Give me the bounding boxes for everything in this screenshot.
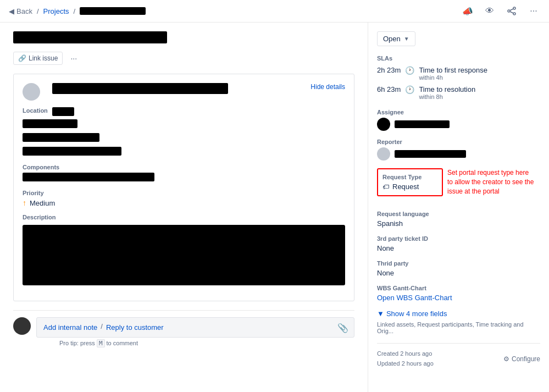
add-internal-note-tab[interactable]: Add internal note (43, 322, 97, 333)
key-hint: M (97, 339, 105, 347)
show-more-sub: Linked assets, Request participants, Tim… (377, 321, 540, 334)
chevron-right-icon: ▼ (377, 310, 384, 318)
show-more-label: Show 4 more fields (386, 310, 447, 318)
sla-row-2: 6h 23m 🕐 Time to resolution within 8h (377, 85, 540, 100)
description-content (23, 225, 345, 285)
request-language-value: Spanish (377, 219, 540, 228)
location-label: Location (23, 107, 48, 114)
sla-time-2: 6h 23m (377, 85, 401, 93)
issue-card: Hide details Location (13, 74, 354, 301)
sla-section-label: SLAs (377, 55, 540, 62)
assignee-field: Assignee (377, 109, 540, 131)
priority-value: Medium (30, 199, 55, 207)
comment-avatar (13, 317, 31, 335)
location-line3 (23, 147, 121, 156)
comment-area: Add internal note / Reply to customer 📎 … (13, 310, 354, 354)
sla-within-2: within 8h (419, 93, 475, 100)
megaphone-icon[interactable]: 📣 (461, 4, 474, 18)
comment-input[interactable]: Add internal note / Reply to customer 📎 (36, 317, 354, 338)
avatar (23, 83, 40, 101)
reporter-label: Reporter (377, 139, 540, 145)
sla-clock-icon-2: 🕐 (405, 85, 414, 94)
wbs-label: WBS Gantt-Chart (377, 285, 540, 291)
pro-tip: Pro tip: press M to comment (36, 338, 354, 347)
sla-section: SLAs 2h 23m 🕐 Time to first response wit… (377, 55, 540, 100)
svg-point-0 (513, 7, 515, 9)
third-party-label: Thrid party (377, 260, 540, 267)
svg-point-2 (513, 13, 515, 15)
breadcrumb-projects[interactable]: Projects (43, 7, 69, 15)
svg-line-4 (510, 12, 513, 13)
assignee-avatar (377, 118, 390, 131)
request-type-value: Request (392, 183, 419, 191)
footer: Created 2 hours ago Updated 2 hours ago … (377, 343, 540, 368)
svg-point-1 (508, 10, 510, 12)
chevron-down-icon: ▼ (404, 36, 409, 42)
third-party-value: None (377, 269, 540, 277)
hide-details-link[interactable]: Hide details (310, 83, 345, 91)
updated-timestamp: Updated 2 hours ago (377, 359, 434, 369)
back-icon: ◀ (9, 7, 14, 15)
breadcrumb-sep-1: / (37, 7, 39, 15)
request-type-row: Request Type 🏷 Request Set portal reques… (377, 168, 540, 203)
third-party-ticket-value: None (377, 244, 540, 252)
request-language-field: Request language Spanish (377, 211, 540, 228)
components-value (23, 173, 154, 181)
assignee-label: Assignee (377, 109, 540, 115)
reporter-name (395, 150, 466, 158)
status-button[interactable]: Open ▼ (377, 31, 415, 46)
show-more-fields[interactable]: ▼ Show 4 more fields (377, 310, 540, 318)
reporter-field: Reporter (377, 139, 540, 161)
third-party-field: Thrid party None (377, 260, 540, 277)
link-issue-button[interactable]: 🔗 Link issue (13, 52, 63, 65)
created-timestamp: Created 2 hours ago (377, 349, 434, 359)
request-type-label: Request Type (382, 174, 437, 180)
svg-line-3 (510, 9, 513, 10)
priority-icon: ↑ (23, 198, 26, 207)
status-label: Open (383, 35, 401, 43)
third-party-ticket-field: 3rd party ticket ID None (377, 235, 540, 252)
request-type-callout: Set portal request type here to allow th… (447, 168, 535, 196)
sla-name-1: Time to first response (419, 66, 487, 74)
location-value (52, 107, 74, 116)
gear-icon: ⚙ (503, 355, 509, 363)
link-issue-label: Link issue (29, 54, 58, 62)
third-party-ticket-label: 3rd party ticket ID (377, 235, 540, 242)
eye-icon[interactable]: 👁 (483, 4, 496, 18)
request-type-icon: 🏷 (382, 183, 389, 191)
sla-clock-icon-1: 🕐 (405, 66, 414, 75)
wbs-link[interactable]: Open WBS Gantt-Chart (377, 294, 452, 302)
sla-row-1: 2h 23m 🕐 Time to first response within 4… (377, 66, 540, 81)
sla-name-2: Time to resolution (419, 85, 475, 93)
sla-time-1: 2h 23m (377, 66, 401, 74)
breadcrumb-sep-2: / (74, 7, 76, 15)
reporter-avatar (377, 147, 390, 161)
request-type-box: Request Type 🏷 Request (377, 168, 443, 196)
comment-tab-sep: / (101, 322, 103, 333)
description-label: Description (23, 214, 345, 220)
attachment-icon[interactable]: 📎 (337, 322, 348, 333)
right-panel: Open ▼ SLAs 2h 23m 🕐 Time to first respo… (368, 23, 549, 392)
request-language-label: Request language (377, 211, 540, 217)
components-label: Components (23, 164, 345, 170)
back-button[interactable]: ◀ Back (9, 7, 32, 15)
share-icon[interactable] (505, 4, 518, 18)
link-icon: 🔗 (18, 54, 26, 62)
configure-label: Configure (512, 355, 540, 363)
breadcrumb-project-name (80, 7, 146, 15)
more-actions-icon[interactable]: ··· (527, 4, 540, 18)
sla-within-1: within 4h (419, 74, 487, 81)
configure-button[interactable]: ⚙ Configure (503, 355, 540, 363)
priority-label: Priority (23, 190, 345, 196)
location-line1 (23, 119, 77, 128)
back-label: Back (16, 7, 32, 15)
location-line2 (23, 133, 99, 142)
assignee-name (395, 120, 450, 128)
more-button[interactable]: ··· (67, 52, 80, 65)
wbs-field: WBS Gantt-Chart Open WBS Gantt-Chart (377, 285, 540, 302)
issue-title (52, 83, 228, 94)
reply-to-customer-tab[interactable]: Reply to customer (106, 322, 164, 333)
